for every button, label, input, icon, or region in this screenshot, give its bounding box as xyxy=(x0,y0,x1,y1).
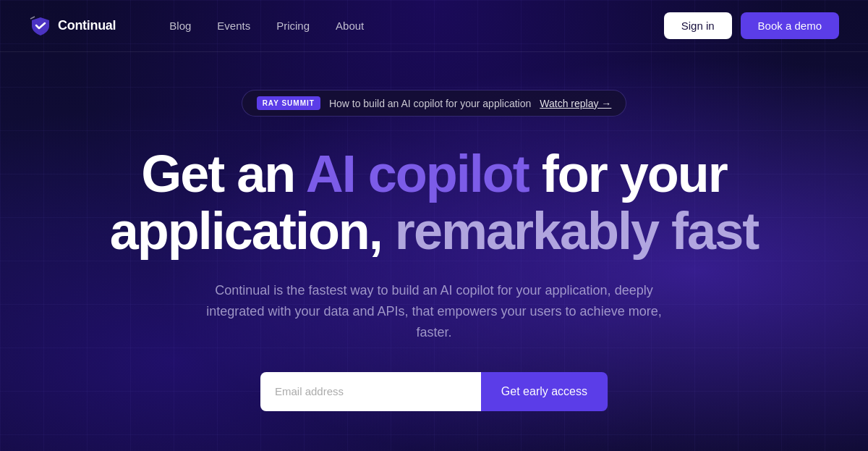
nav-left: Continual Blog Events Pricing About xyxy=(29,14,374,38)
nav-link-pricing[interactable]: Pricing xyxy=(266,14,320,38)
early-access-button[interactable]: Get early access xyxy=(481,372,608,411)
hero-subtext: Continual is the fastest way to build an… xyxy=(188,280,680,342)
nav-link-blog[interactable]: Blog xyxy=(159,14,201,38)
banner-badge: RAY SUMMIT xyxy=(257,96,320,110)
headline-highlight2: remarkably fast xyxy=(395,202,758,260)
logo[interactable]: Continual xyxy=(29,16,116,36)
signin-button[interactable]: Sign in xyxy=(664,12,732,39)
nav-links: Blog Events Pricing About xyxy=(159,14,374,38)
banner-link[interactable]: Watch replay → xyxy=(540,98,611,109)
headline-part2: for your xyxy=(529,145,727,203)
logo-icon xyxy=(29,16,52,36)
navbar: Continual Blog Events Pricing About Sign… xyxy=(0,0,868,52)
logo-text: Continual xyxy=(58,18,116,33)
nav-link-events[interactable]: Events xyxy=(207,14,260,38)
email-input[interactable] xyxy=(260,372,481,411)
headline-highlight1: AI copilot xyxy=(306,145,529,203)
headline-part1: Get an xyxy=(141,145,305,203)
book-demo-button[interactable]: Book a demo xyxy=(741,12,839,39)
hero-headline: Get an AI copilot for your application, … xyxy=(110,146,758,260)
cta-row: Get early access xyxy=(260,372,608,411)
nav-link-about[interactable]: About xyxy=(326,14,374,38)
announcement-banner[interactable]: RAY SUMMIT How to build an AI copilot fo… xyxy=(242,90,627,117)
hero-section: RAY SUMMIT How to build an AI copilot fo… xyxy=(0,52,868,411)
banner-text: How to build an AI copilot for your appl… xyxy=(329,98,531,109)
nav-right: Sign in Book a demo xyxy=(664,12,839,39)
headline-part3: application, xyxy=(110,202,395,260)
